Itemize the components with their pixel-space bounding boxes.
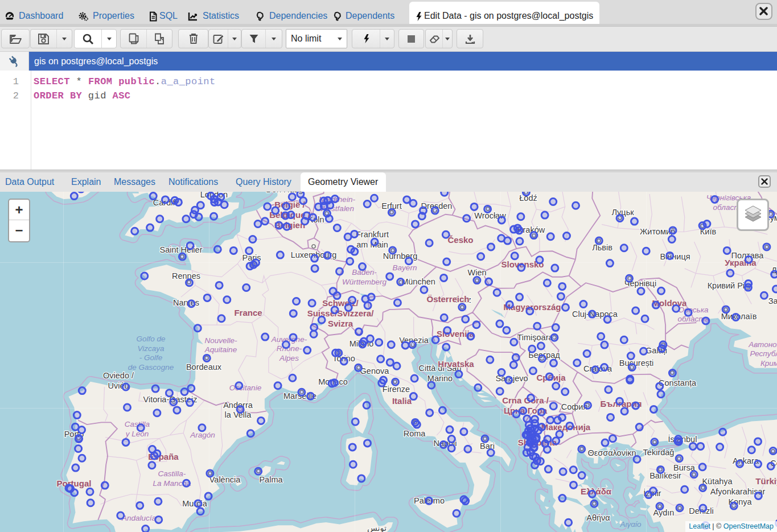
svg-text:Автономна: Автономна <box>748 340 777 349</box>
svg-text:Вінниця: Вінниця <box>660 252 690 261</box>
svg-text:Aquitaine: Aquitaine <box>204 345 237 354</box>
svg-text:Aydın: Aydın <box>653 508 675 517</box>
svg-text:Golfo de: Golfo de <box>136 335 165 343</box>
svg-text:Львів: Львів <box>592 243 612 252</box>
svg-text:Vizcaya: Vizcaya <box>137 344 165 353</box>
svg-text:تونس: تونس <box>367 523 387 532</box>
svg-text:Constanța: Constanța <box>659 378 697 387</box>
svg-text:- Golfe: - Golfe <box>139 353 163 362</box>
svg-text:Wien: Wien <box>467 268 486 277</box>
svg-text:Roma: Roma <box>404 429 426 438</box>
svg-text:Kütahya: Kütahya <box>702 477 733 486</box>
svg-text:Italia: Italia <box>392 396 412 406</box>
svg-text:Occitanie: Occitanie <box>229 383 261 392</box>
svg-text:Andalucía: Andalucía <box>121 514 157 522</box>
svg-text:Castilla-: Castilla- <box>158 469 186 478</box>
svg-text:Θεσσαλονίκη: Θεσσαλονίκη <box>588 448 636 457</box>
svg-text:Rennes: Rennes <box>172 271 200 281</box>
svg-text:Aragón: Aragón <box>190 431 215 439</box>
svg-text:Oviedo /: Oviedo / <box>103 371 134 380</box>
svg-text:France: France <box>234 308 262 317</box>
svg-text:София: София <box>561 402 587 411</box>
svg-text:Svizra: Svizra <box>328 319 353 328</box>
svg-text:Türkiye: Türkiye <box>755 476 777 486</box>
svg-text:Hrvatska: Hrvatska <box>438 359 474 369</box>
svg-text:Suisse/Svizzera/: Suisse/Svizzera/ <box>307 308 375 318</box>
svg-text:de Gascogne: de Gascogne <box>128 363 174 372</box>
svg-text:Crna Gora /: Crna Gora / <box>502 395 549 405</box>
svg-text:München: München <box>401 277 435 286</box>
svg-text:Bayern: Bayern <box>393 263 417 272</box>
svg-text:Республіка: Республіка <box>750 349 777 358</box>
svg-text:Кривий Ріг: Кривий Ріг <box>708 281 748 290</box>
svg-text:Nouvelle-: Nouvelle- <box>204 336 237 345</box>
svg-text:Timişoara: Timişoara <box>517 333 553 342</box>
svg-text:Одеська: Одеська <box>678 306 709 314</box>
svg-text:Зап: Зап <box>768 296 777 306</box>
svg-text:Genova: Genova <box>360 366 390 376</box>
svg-text:Αιγαίο: Αιγαίο <box>620 520 642 529</box>
svg-text:Frankfurt: Frankfurt <box>356 230 389 239</box>
svg-text:București: București <box>619 358 653 368</box>
svg-text:Württemberg: Württemberg <box>342 278 387 286</box>
svg-text:Česko: Česko <box>447 235 473 245</box>
svg-text:Αθήνα: Αθήνα <box>586 513 610 522</box>
svg-text:Balıkesir: Balıkesir <box>649 471 681 480</box>
svg-text:Österreich: Österreich <box>426 294 469 304</box>
svg-text:Крим: Крим <box>760 359 777 368</box>
svg-text:y León: y León <box>125 430 149 438</box>
svg-text:València: València <box>209 475 241 484</box>
svg-text:Tekirdağ: Tekirdağ <box>643 448 675 457</box>
svg-text:Alpes: Alpes <box>279 354 299 362</box>
svg-text:Bordeaux: Bordeaux <box>186 362 222 372</box>
svg-text:Palma: Palma <box>259 475 283 484</box>
